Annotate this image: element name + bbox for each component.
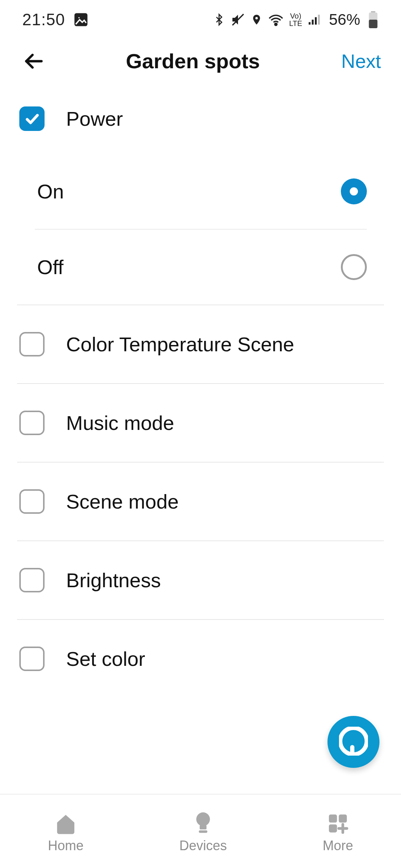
nav-label: Devices	[179, 838, 227, 854]
checkbox-unchecked-icon[interactable]	[19, 489, 45, 514]
alexa-icon	[339, 727, 368, 757]
checkbox-unchecked-icon[interactable]	[19, 411, 45, 435]
svg-rect-8	[318, 15, 320, 25]
option-label: Off	[37, 256, 63, 279]
capability-label: Music mode	[66, 411, 174, 434]
volte-icon: Vo)LTE	[289, 12, 302, 27]
checkbox-unchecked-icon[interactable]	[19, 647, 45, 671]
nav-more[interactable]: More	[323, 813, 353, 854]
next-button[interactable]: Next	[341, 50, 381, 72]
capability-scene-mode[interactable]: Scene mode	[17, 463, 384, 540]
svg-rect-9	[371, 11, 375, 13]
capability-music-mode[interactable]: Music mode	[17, 384, 384, 462]
svg-point-3	[255, 17, 258, 20]
power-option-on[interactable]: On	[35, 154, 384, 229]
back-icon[interactable]	[22, 50, 45, 72]
power-option-off[interactable]: Off	[35, 230, 384, 305]
signal-icon	[307, 13, 322, 26]
radio-selected-icon[interactable]	[341, 178, 367, 204]
checkbox-checked-icon[interactable]	[19, 106, 45, 131]
home-icon	[54, 813, 78, 834]
capability-label: Set color	[66, 647, 145, 670]
svg-point-13	[196, 812, 210, 826]
battery-percentage: 56%	[329, 11, 360, 29]
nav-devices[interactable]: Devices	[179, 813, 227, 854]
svg-rect-16	[329, 815, 337, 823]
capability-label: Brightness	[66, 569, 161, 592]
power-options: On Off	[17, 154, 384, 305]
svg-rect-14	[200, 825, 206, 830]
capability-power[interactable]: Power	[17, 83, 384, 154]
status-bar: 21:50	[0, 0, 401, 36]
bluetooth-icon	[213, 12, 225, 27]
more-grid-icon	[326, 813, 350, 834]
capability-label: Color Temperature Scene	[66, 333, 294, 356]
svg-rect-6	[312, 20, 314, 24]
wifi-icon	[268, 13, 284, 26]
capability-brightness[interactable]: Brightness	[17, 541, 384, 619]
nav-label: Home	[48, 838, 84, 854]
page-title: Garden spots	[45, 49, 341, 73]
mute-icon	[231, 12, 245, 27]
bulb-icon	[191, 813, 215, 834]
location-icon	[251, 12, 263, 27]
app-header: Garden spots Next	[0, 36, 401, 83]
picture-icon	[73, 12, 89, 27]
svg-point-4	[275, 23, 277, 26]
checkbox-unchecked-icon[interactable]	[19, 568, 45, 592]
radio-unselected-icon[interactable]	[341, 254, 367, 280]
capability-color-temp-scene[interactable]: Color Temperature Scene	[17, 305, 384, 383]
capability-label: Power	[66, 107, 123, 130]
status-left: 21:50	[22, 10, 89, 29]
status-time: 21:50	[22, 10, 65, 29]
svg-rect-11	[369, 20, 378, 28]
battery-icon	[368, 11, 379, 28]
bottom-nav: Home Devices More	[0, 794, 401, 868]
status-right: Vo)LTE 56%	[213, 11, 379, 29]
svg-rect-18	[329, 824, 337, 832]
svg-rect-5	[309, 22, 310, 25]
alexa-fab[interactable]	[327, 716, 379, 768]
nav-home[interactable]: Home	[48, 813, 84, 854]
option-label: On	[37, 180, 64, 203]
capability-set-color[interactable]: Set color	[17, 620, 384, 698]
content: Power On Off Color Temperature Scene Mus…	[0, 83, 401, 698]
svg-rect-17	[339, 815, 347, 823]
svg-rect-7	[315, 17, 317, 24]
checkbox-unchecked-icon[interactable]	[19, 332, 45, 356]
svg-rect-15	[199, 830, 207, 833]
svg-point-1	[78, 16, 80, 19]
nav-label: More	[323, 838, 353, 854]
capability-label: Scene mode	[66, 490, 179, 513]
